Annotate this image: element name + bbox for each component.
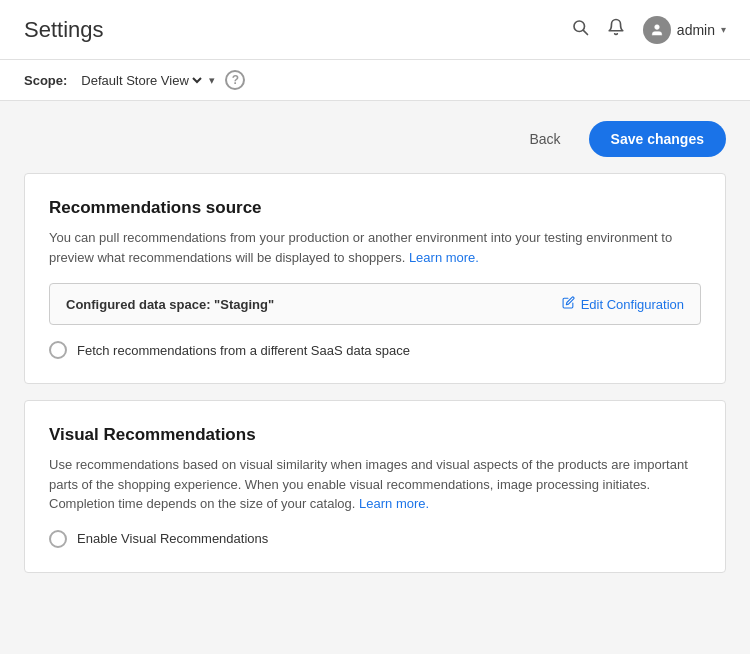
main-content: Back Save changes Recommendations source… <box>0 101 750 609</box>
fetch-different-saas-option[interactable]: Fetch recommendations from a different S… <box>49 341 701 359</box>
config-box: Configured data space: "Staging" Edit Co… <box>49 283 701 325</box>
fetch-different-saas-radio[interactable] <box>49 341 67 359</box>
store-view-select[interactable]: Default Store View <box>77 72 205 89</box>
config-box-label: Configured data space: "Staging" <box>66 297 274 312</box>
recommendations-learn-more-link[interactable]: Learn more. <box>409 250 479 265</box>
recommendations-source-description: You can pull recommendations from your p… <box>49 228 701 267</box>
search-icon[interactable] <box>571 18 589 41</box>
fetch-different-saas-label: Fetch recommendations from a different S… <box>77 343 410 358</box>
scope-label: Scope: <box>24 73 67 88</box>
avatar <box>643 16 671 44</box>
header: Settings admin ▾ <box>0 0 750 60</box>
visual-recommendations-title: Visual Recommendations <box>49 425 701 445</box>
svg-line-1 <box>583 30 587 34</box>
scope-bar: Scope: Default Store View ▾ ? <box>0 60 750 101</box>
enable-visual-recommendations-option[interactable]: Enable Visual Recommendations <box>49 530 701 548</box>
help-icon[interactable]: ? <box>225 70 245 90</box>
enable-visual-recommendations-label: Enable Visual Recommendations <box>77 531 268 546</box>
svg-point-2 <box>655 24 660 29</box>
visual-recommendations-card: Visual Recommendations Use recommendatio… <box>24 400 726 573</box>
admin-user-menu[interactable]: admin ▾ <box>643 16 726 44</box>
notification-icon[interactable] <box>607 18 625 41</box>
recommendations-source-card: Recommendations source You can pull reco… <box>24 173 726 384</box>
visual-recommendations-description: Use recommendations based on visual simi… <box>49 455 701 514</box>
page-title: Settings <box>24 17 104 43</box>
back-button[interactable]: Back <box>517 123 572 155</box>
visual-recommendations-learn-more-link[interactable]: Learn more. <box>359 496 429 511</box>
action-bar: Back Save changes <box>24 121 726 157</box>
header-icons: admin ▾ <box>571 16 726 44</box>
scope-select[interactable]: Default Store View ▾ <box>77 72 215 89</box>
chevron-down-icon: ▾ <box>721 24 726 35</box>
edit-configuration-button[interactable]: Edit Configuration <box>562 296 684 312</box>
save-changes-button[interactable]: Save changes <box>589 121 726 157</box>
recommendations-source-title: Recommendations source <box>49 198 701 218</box>
scope-chevron-icon: ▾ <box>209 74 215 87</box>
enable-visual-recommendations-radio[interactable] <box>49 530 67 548</box>
pencil-icon <box>562 296 575 312</box>
admin-label: admin <box>677 22 715 38</box>
